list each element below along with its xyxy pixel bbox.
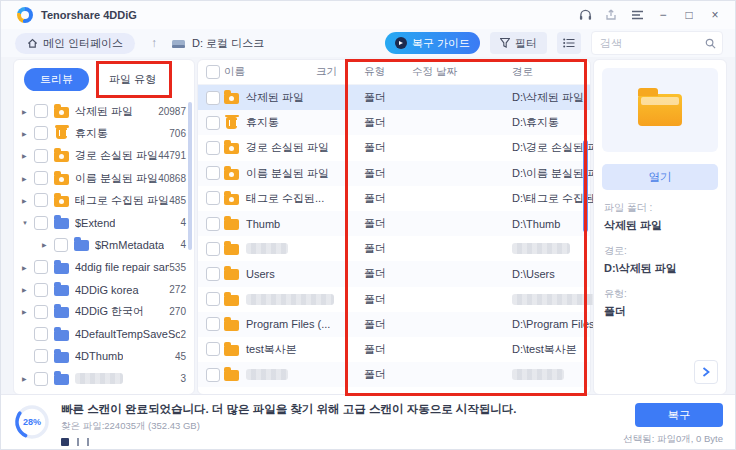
expand-arrow-icon[interactable]: ▶ — [22, 175, 34, 182]
row-checkbox[interactable] — [206, 91, 220, 105]
select-all-checkbox[interactable] — [206, 65, 220, 79]
tree-item[interactable]: ▼$Extend4 — [14, 211, 188, 233]
tree-item[interactable]: ▶3 — [14, 368, 188, 390]
tree-item[interactable]: ▶이름 분실된 파일40868 — [14, 167, 188, 189]
share-icon[interactable] — [601, 6, 621, 24]
main-interface-button[interactable]: 메인 인터페이스 — [15, 33, 135, 54]
tree-item[interactable]: ▶4DDiG 한국어270 — [14, 301, 188, 323]
expand-arrow-icon[interactable]: ▶ — [22, 264, 34, 271]
sidebar-scrollbar[interactable] — [188, 102, 192, 250]
row-checkbox[interactable] — [206, 292, 220, 306]
tree-item-count: 270 — [169, 306, 188, 317]
table-row[interactable]: 폴더 — [198, 362, 590, 387]
table-row[interactable]: test복사본폴더D:\test복사본 — [198, 337, 590, 362]
minimize-icon[interactable]: − — [653, 6, 673, 24]
row-checkbox[interactable] — [206, 242, 220, 256]
hamburger-menu-icon[interactable] — [627, 6, 647, 24]
expand-arrow-icon[interactable]: ▶ — [22, 130, 34, 137]
tree-checkbox[interactable] — [34, 372, 48, 386]
expand-arrow-icon[interactable]: ▶ — [22, 308, 34, 315]
sidebar-panel: 트리뷰 파일 유형 ▶삭제된 파일20987▶휴지통706▶경로 손실된 파일4… — [13, 59, 195, 395]
tree-checkbox[interactable] — [34, 104, 48, 118]
table-row[interactable]: Users폴더D:\Users — [198, 261, 590, 286]
open-button[interactable]: 열기 — [602, 164, 718, 190]
table-row[interactable]: 경로 손실된 파일폴더D:\경로 손실된 파일 — [198, 135, 590, 160]
table-row[interactable]: Thumb폴더D:\Thumb — [198, 211, 590, 236]
close-icon[interactable]: × — [705, 6, 725, 24]
lost-path-folder-icon — [224, 143, 239, 154]
tree-checkbox[interactable] — [34, 126, 48, 140]
tree-checkbox[interactable] — [34, 349, 48, 363]
filter-button[interactable]: 필터 — [490, 32, 547, 54]
column-size[interactable]: 크기 — [316, 65, 364, 79]
column-type[interactable]: 유형 — [364, 65, 412, 79]
redacted-path — [512, 294, 604, 305]
expand-arrow-icon[interactable]: ▶ — [22, 152, 34, 159]
tree-checkbox[interactable] — [34, 305, 48, 319]
tree-checkbox[interactable] — [34, 193, 48, 207]
filter-funnel-icon — [500, 38, 510, 48]
tree-item-count: 4 — [180, 217, 188, 228]
column-name[interactable]: 이름 — [224, 65, 316, 79]
tree-checkbox[interactable] — [54, 238, 68, 252]
expand-arrow-icon[interactable]: ▼ — [22, 220, 34, 226]
row-checkbox[interactable] — [206, 267, 220, 281]
tree-checkbox[interactable] — [34, 149, 48, 163]
tree-item[interactable]: ▶삭제된 파일20987 — [14, 100, 188, 122]
expand-arrow-icon[interactable]: ▶ — [22, 375, 34, 382]
tab-tree-view[interactable]: 트리뷰 — [24, 68, 89, 91]
tree-checkbox[interactable] — [34, 260, 48, 274]
expand-arrow-icon[interactable]: ▶ — [22, 286, 34, 293]
table-row[interactable]: Program Files (...폴더D:\Program Files (..… — [198, 312, 590, 337]
table-row[interactable]: 태그로 수집된...폴더D:\태그로 수집된... — [198, 186, 590, 211]
tree-item[interactable]: ▶4ddig file repair sample535 — [14, 256, 188, 278]
tab-file-type[interactable]: 파일 유형 — [97, 68, 168, 91]
file-list-scrollbar[interactable] — [583, 140, 588, 232]
row-checkbox[interactable] — [206, 166, 220, 180]
tree-item[interactable]: ▶$RmMetadata4 — [14, 234, 188, 256]
tree-checkbox[interactable] — [34, 283, 48, 297]
tree-checkbox[interactable] — [34, 327, 48, 341]
tree-checkbox[interactable] — [34, 216, 48, 230]
up-arrow-icon[interactable]: ↑ — [151, 36, 157, 50]
breadcrumb-drive[interactable]: D: 로컬 디스크 — [171, 36, 264, 51]
tree-item[interactable]: 4DThumb45 — [14, 345, 188, 367]
column-path[interactable]: 경로 — [512, 65, 590, 79]
tree-checkbox[interactable] — [34, 171, 48, 185]
search-box[interactable] — [591, 31, 723, 55]
next-page-button[interactable] — [694, 360, 718, 384]
tree-item[interactable]: ▶4DDiG korea272 — [14, 278, 188, 300]
row-checkbox[interactable] — [206, 116, 220, 130]
headphones-support-icon[interactable] — [575, 6, 595, 24]
row-checkbox[interactable] — [206, 191, 220, 205]
expand-arrow-icon[interactable]: ▶ — [42, 241, 54, 248]
recovery-guide-button[interactable]: 복구 가이드 — [385, 32, 480, 54]
file-name: 휴지통 — [246, 115, 316, 130]
lost-path-folder-icon — [54, 151, 69, 162]
row-checkbox[interactable] — [206, 342, 220, 356]
table-row[interactable]: 폴더 — [198, 236, 590, 261]
tree-item[interactable]: ▶경로 손실된 파일44791 — [14, 145, 188, 167]
stop-scan-button[interactable] — [61, 438, 69, 446]
tree-item[interactable]: ▶태그로 수집된 파일485 — [14, 189, 188, 211]
column-date[interactable]: 수정 날짜 — [412, 65, 512, 79]
pause-scan-button[interactable] — [77, 438, 89, 446]
expand-arrow-icon[interactable]: ▶ — [22, 197, 34, 204]
table-row[interactable]: 이름 분실된 파일폴더D:\이름 분실된 파일 — [198, 161, 590, 186]
search-input[interactable] — [598, 36, 705, 50]
tree-item[interactable]: 4DefaultTempSaveScan2 — [14, 323, 188, 345]
row-checkbox[interactable] — [206, 317, 220, 331]
folder-icon — [54, 285, 69, 296]
row-checkbox[interactable] — [206, 217, 220, 231]
table-row[interactable]: 폴더 — [198, 287, 590, 312]
tree-item[interactable]: ▶휴지통706 — [14, 122, 188, 144]
folder-icon — [54, 330, 69, 341]
row-checkbox[interactable] — [206, 141, 220, 155]
table-row[interactable]: 삭제된 파일폴더D:\삭제된 파일 — [198, 85, 590, 110]
table-row[interactable]: 휴지통폴더D:\휴지통 — [198, 110, 590, 135]
expand-arrow-icon[interactable]: ▶ — [22, 108, 34, 115]
row-checkbox[interactable] — [206, 368, 220, 382]
recover-button[interactable]: 복구 — [635, 403, 723, 427]
maximize-icon[interactable]: □ — [679, 6, 699, 24]
list-view-button[interactable] — [557, 32, 581, 54]
